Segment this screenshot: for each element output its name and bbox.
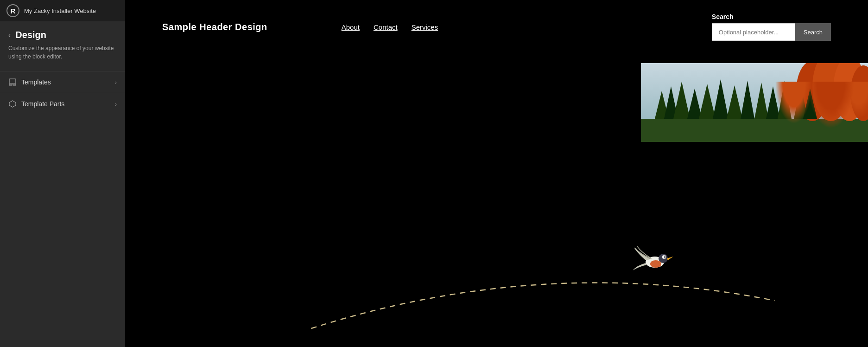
design-description: Customize the appearance of your website… — [0, 44, 125, 69]
nav-link-contact[interactable]: Contact — [374, 23, 398, 31]
search-label: Search — [712, 13, 831, 20]
search-row: Search — [712, 23, 831, 41]
search-button[interactable]: Search — [795, 23, 831, 41]
search-input[interactable] — [712, 23, 795, 41]
svg-marker-21 — [794, 85, 808, 119]
site-title: My Zacky Installer Website — [24, 7, 96, 14]
sidebar-divider-2 — [0, 93, 125, 93]
svg-rect-5 — [641, 119, 868, 142]
back-arrow-icon[interactable]: ‹ — [8, 31, 11, 39]
website-preview: Sample Header Design About Contact Servi… — [125, 0, 868, 347]
dashed-curve-svg — [125, 217, 868, 347]
sidebar-item-templates[interactable]: Templates › — [0, 73, 125, 91]
search-section: Search Search — [712, 13, 831, 41]
template-parts-chevron: › — [115, 101, 117, 108]
parts-icon — [8, 100, 17, 108]
svg-marker-22 — [803, 89, 817, 119]
wp-logo: R — [6, 4, 19, 17]
main-preview-area: Sample Header Design About Contact Servi… — [125, 0, 868, 347]
svg-marker-3 — [9, 101, 16, 107]
sidebar-divider — [0, 71, 125, 71]
templates-chevron: › — [115, 79, 117, 86]
nav-link-services[interactable]: Services — [412, 23, 438, 31]
svg-rect-0 — [9, 79, 16, 84]
bottom-area — [125, 217, 868, 347]
svg-rect-2 — [13, 84, 16, 85]
logo-letter: R — [11, 7, 16, 15]
sidebar: R My Zacky Installer Website ‹ Design Cu… — [0, 0, 125, 347]
forest-image — [641, 63, 868, 142]
template-parts-label: Template Parts — [21, 100, 110, 108]
template-icon — [8, 78, 17, 86]
nav-link-about[interactable]: About — [342, 23, 360, 31]
design-header: ‹ Design — [0, 21, 125, 44]
svg-rect-1 — [9, 84, 12, 85]
svg-point-25 — [650, 260, 661, 268]
bird-icon — [632, 243, 673, 275]
site-logo: Sample Header Design — [162, 22, 267, 32]
site-nav: About Contact Services — [342, 23, 438, 31]
templates-label: Templates — [21, 78, 110, 86]
svg-point-27 — [664, 257, 665, 258]
sidebar-top-bar: R My Zacky Installer Website — [0, 0, 125, 21]
svg-marker-16 — [778, 81, 792, 119]
sidebar-item-template-parts[interactable]: Template Parts › — [0, 95, 125, 113]
design-title: Design — [15, 30, 46, 40]
site-header: Sample Header Design About Contact Servi… — [125, 0, 868, 54]
